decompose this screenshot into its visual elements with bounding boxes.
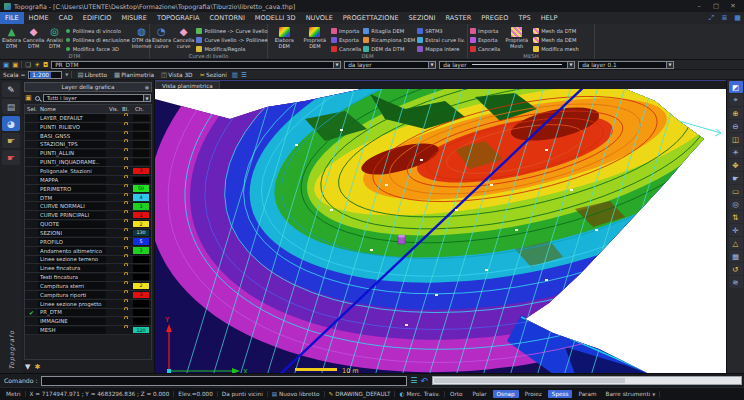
folder-icon[interactable]: ▣ <box>25 94 32 102</box>
drawing-canvas[interactable]: Y X 10 m <box>155 89 726 373</box>
polar-toggle[interactable]: Polar <box>468 390 490 398</box>
elabora-dem-button[interactable]: Elabora DEM <box>270 25 299 50</box>
layer-name[interactable]: DTM <box>38 194 106 201</box>
open-icon[interactable]: ▣ <box>12 61 18 69</box>
view-tool-icon[interactable]: ⊕ <box>729 107 743 119</box>
menu-tab[interactable]: PROGETTAZIONE <box>338 12 404 24</box>
layer-color-swatch[interactable] <box>133 318 151 325</box>
linetype-combo[interactable]: da layer▼ <box>439 61 575 69</box>
layer-color-swatch[interactable]: 3 <box>133 203 151 210</box>
layer-name[interactable]: CURVE NORMALI <box>38 203 106 210</box>
projection-indicator[interactable]: ◐Merc. Trasv. <box>395 391 445 397</box>
layer-color-swatch[interactable] <box>133 256 151 263</box>
layer-name[interactable]: PUNTI_RILIEVO <box>38 123 106 130</box>
lineweight-combo[interactable]: da layer 0.1▼ <box>578 61 674 69</box>
chevron-down-icon[interactable]: ▼ <box>143 95 150 101</box>
orto-toggle[interactable]: Orto <box>446 390 467 398</box>
layer-row[interactable]: DTM 4 <box>25 194 151 203</box>
layer-color-swatch[interactable]: 1 <box>133 212 151 219</box>
dem-esporta-button[interactable]: Esporta <box>331 36 361 44</box>
proprieta-dem-button[interactable]: Proprietà DEM <box>301 25 330 50</box>
visibility-lamp-icon[interactable] <box>107 203 120 209</box>
layer-row[interactable]: IMMAGINE <box>25 317 151 326</box>
visibility-lamp-icon[interactable] <box>107 230 120 236</box>
hand-edit-icon[interactable]: ☛ <box>2 150 20 165</box>
visibility-lamp-icon[interactable] <box>107 195 120 201</box>
layer-color-swatch[interactable]: 4 <box>133 194 151 201</box>
menu-tab[interactable]: HOME <box>24 12 54 24</box>
layer-row[interactable]: Campitura sterri 2 <box>25 282 151 291</box>
chevron-down-icon[interactable]: ▼ <box>65 72 68 77</box>
visibility-lamp-icon[interactable] <box>107 115 120 121</box>
close-button[interactable]: ✕ <box>726 2 740 10</box>
menu-tab[interactable]: MISURE <box>116 12 151 24</box>
view-tool-icon[interactable]: ◎ <box>729 198 743 210</box>
lock-icon[interactable] <box>120 133 133 139</box>
layer-row[interactable]: PUNTI_RILIEVO <box>25 123 151 132</box>
view-tool-icon[interactable]: ≋ <box>729 276 743 288</box>
visibility-lamp-icon[interactable] <box>107 124 120 130</box>
panes-icon[interactable]: ▥ <box>232 71 238 79</box>
layer-color-swatch[interactable]: 5 <box>133 238 151 245</box>
lock-icon[interactable] <box>120 195 133 201</box>
grid-view-icon[interactable]: ▦ <box>731 12 744 24</box>
lock-icon[interactable] <box>120 309 133 315</box>
lock-icon[interactable] <box>120 221 133 227</box>
layer-row[interactable]: MESH 120 <box>25 326 151 335</box>
resize-arrows-icon[interactable]: ⤢ <box>705 12 718 24</box>
lock-icon[interactable] <box>120 283 133 289</box>
layer-row[interactable]: SEZIONI 130 <box>25 229 151 238</box>
osnap-toggle[interactable]: Osnap <box>493 390 519 398</box>
layer-color-swatch[interactable]: 120 <box>133 327 151 334</box>
layer-row[interactable]: LAYER_DEFAULT <box>25 114 151 123</box>
param-toggle[interactable]: Param <box>574 390 600 398</box>
lock-icon[interactable] <box>120 203 133 209</box>
layer-row[interactable]: MAPPA <box>25 176 151 185</box>
lock-icon[interactable] <box>120 274 133 280</box>
view-tool-icon[interactable]: ▦ <box>729 250 743 262</box>
layer-row[interactable]: ✔ PR_DTM <box>25 309 151 318</box>
layer-name[interactable]: PUNTI_ALLIN <box>38 150 106 157</box>
command-input[interactable] <box>41 376 408 386</box>
layer-row[interactable]: Testi fincatura <box>25 273 151 282</box>
filter-funnel-icon[interactable]: ▼ <box>25 363 30 371</box>
search-icon[interactable] <box>35 96 40 101</box>
lock-icon[interactable]: ◘ <box>43 61 48 69</box>
cancella-dtm-button[interactable]: ◆ Cancella DTM <box>23 25 44 50</box>
view-tool-icon[interactable]: △ <box>729 237 743 249</box>
menu-tab[interactable]: EDIFICIO <box>78 12 117 24</box>
mesh-da-dtm-button[interactable]: Mesh da DTM <box>533 27 579 35</box>
layer-name[interactable]: Campitura sterri <box>38 282 106 289</box>
layer-name[interactable]: PROFILO <box>38 238 106 245</box>
layer-row[interactable]: Linee sezione terreno <box>25 256 151 265</box>
current-layer-combo[interactable]: PR_DTM▼ <box>51 61 341 69</box>
lock-icon[interactable] <box>120 115 133 121</box>
layer-color-swatch[interactable] <box>133 141 151 148</box>
menu-tab[interactable]: MODELLI 3D <box>250 12 301 24</box>
libretto-indicator[interactable]: ▤Nuovo libretto <box>268 391 325 397</box>
visibility-lamp-icon[interactable] <box>107 186 120 192</box>
dem-da-dtm-button[interactable]: DEM da DTM <box>363 45 415 53</box>
lock-icon[interactable] <box>120 177 133 183</box>
proiez-toggle[interactable]: Proiez <box>521 390 546 398</box>
analisi-dtm-button[interactable]: ◎ Analisi DTM <box>46 25 62 50</box>
layer-row[interactable]: PUNTI_ALLIN <box>25 149 151 158</box>
layer-name[interactable]: IMMAGINE <box>38 318 106 325</box>
visibility-lamp-icon[interactable] <box>107 150 120 156</box>
polilinee-curve-button[interactable]: Polilinee -> Curve livello <box>196 27 267 35</box>
lock-icon[interactable] <box>120 150 133 156</box>
scala-input[interactable]: 1:200 <box>28 71 62 79</box>
minimize-button[interactable]: – <box>692 2 706 10</box>
list-view-icon[interactable]: ≣ <box>718 12 731 24</box>
menu-tab[interactable]: NUVOLE <box>301 12 338 24</box>
key-icon[interactable]: ✱ <box>34 363 40 371</box>
drawing-indicator[interactable]: ✎DRAWING_DEFAULT <box>325 391 396 397</box>
dem-cancella-button[interactable]: Cancella <box>331 45 361 53</box>
visibility-lamp-icon[interactable] <box>107 212 120 218</box>
layer-name[interactable]: Linee sezione progetto <box>38 300 106 307</box>
mesh-esporta-button[interactable]: Esporta <box>470 36 500 44</box>
chevron-down-icon[interactable]: ▼ <box>428 62 435 68</box>
visibility-lamp-icon[interactable] <box>107 256 120 262</box>
layer-row[interactable]: PROFILO 5 <box>25 238 151 247</box>
srtm3-button[interactable]: SRTM3 <box>417 27 465 35</box>
